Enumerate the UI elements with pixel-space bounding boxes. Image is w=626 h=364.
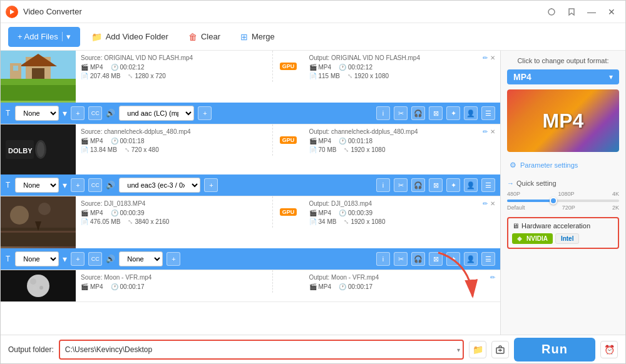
export-button[interactable] <box>491 341 509 358</box>
audio-dropdown-1[interactable]: und aac (LC) (mp4a <box>119 106 194 121</box>
edit-icon-2[interactable]: ✏ <box>483 128 488 135</box>
add-sub-btn-3[interactable]: + <box>71 252 85 266</box>
headphone-btn-2[interactable]: 🎧 <box>411 178 425 192</box>
svg-point-25 <box>39 286 43 290</box>
output-duration-1: 🕐 00:02:12 <box>339 64 372 71</box>
magic-btn-3[interactable]: ✦ <box>446 252 460 266</box>
subtitle-dropdown-2[interactable]: None <box>15 178 59 193</box>
close-icon-2[interactable]: ✕ <box>490 128 495 135</box>
run-label: Run <box>541 342 568 356</box>
add-files-chevron[interactable]: ▾ <box>62 32 71 41</box>
add-files-button[interactable]: + Add Files ▾ <box>8 27 80 47</box>
film-4o: 🎬 <box>309 283 317 290</box>
add-folder-label: Add Video Folder <box>106 32 168 41</box>
output-folder-input[interactable] <box>60 341 463 358</box>
subtitle-dropdown-3[interactable]: None <box>15 251 59 266</box>
quality-slider-track[interactable] <box>507 200 619 202</box>
svg-point-23 <box>27 275 49 297</box>
add-sub-btn-2[interactable]: + <box>71 178 85 192</box>
param-settings-label: Parameter settings <box>520 161 578 169</box>
quality-slider-thumb[interactable] <box>550 197 557 205</box>
bookmark-button[interactable] <box>563 3 580 21</box>
crop-btn-1[interactable]: ⊠ <box>429 106 443 120</box>
person-btn-1[interactable]: 👤 <box>464 106 478 120</box>
resize-3o: ⤡ <box>344 218 349 225</box>
scissors-btn-3[interactable]: ✂ <box>394 252 408 266</box>
resize-icon-2o: ⤡ <box>344 146 349 153</box>
source-meta-1: 🎬 MP4 🕐 00:02:12 <box>81 64 267 71</box>
crop-btn-3[interactable]: ⊠ <box>429 252 443 266</box>
toolbar: + Add Files ▾ 📁 Add Video Folder 🗑 Clear… <box>1 23 625 51</box>
main-content: Source: ORIGINAL VID NO FLASH.mp4 🎬 MP4 … <box>1 51 625 335</box>
crop-btn-2[interactable]: ⊠ <box>429 178 443 192</box>
folder-open-button[interactable]: 📁 <box>469 341 486 358</box>
subtitle-edit-btn-1[interactable]: ☰ <box>481 106 495 120</box>
run-button[interactable]: Run <box>514 338 595 361</box>
magic-btn-1[interactable]: ✦ <box>446 106 460 120</box>
scissors-btn-1[interactable]: ✂ <box>394 106 408 120</box>
format-chevron: ▾ <box>609 73 613 81</box>
subtitle-dropdown-1[interactable]: None <box>15 106 59 121</box>
format-selector[interactable]: MP4 ▾ <box>507 69 619 84</box>
clock-4s: 🕐 <box>111 283 118 290</box>
edit-icon-4[interactable]: ✏ <box>490 274 495 281</box>
add-folder-button[interactable]: 📁 Add Video Folder <box>83 27 177 47</box>
info-btn-3[interactable]: i <box>376 252 390 266</box>
film-3o: 🎬 <box>309 210 317 216</box>
file-col-output-1: Output: ORIGINAL VID NO FLASH.mp4 ✏ ✕ 🎬 <box>304 51 501 82</box>
add-audio-btn-1[interactable]: + <box>198 106 212 120</box>
clear-button[interactable]: 🗑 Clear <box>180 27 229 47</box>
audio-icon-1: 🔊 <box>106 109 115 118</box>
edit-icon-3[interactable]: ✏ <box>483 200 488 207</box>
cc-btn-1[interactable]: CC <box>88 106 102 120</box>
file-info-row-4: Source: Moon - VFR.mp4 🎬MP4 🕐00:00:17 <box>1 270 500 301</box>
subtitle-edit-btn-3[interactable]: ☰ <box>481 252 495 266</box>
output-meta2-1: 📄 115 MB ⤡ 1920 x 1080 <box>309 73 496 79</box>
audio-dropdown-2[interactable]: und eac3 (ec-3 / 0x3: <box>119 178 200 193</box>
alarm-icon: ⏰ <box>604 345 615 355</box>
person-btn-3[interactable]: 👤 <box>464 252 478 266</box>
info-btn-2[interactable]: i <box>376 178 390 192</box>
subtitle-edit-btn-2[interactable]: ☰ <box>481 178 495 192</box>
film-icon: 🎬 <box>81 64 88 71</box>
param-settings-button[interactable]: ⚙ Parameter settings <box>507 158 619 172</box>
edit-icon-1[interactable]: ✏ <box>483 54 488 61</box>
close-icon-1[interactable]: ✕ <box>490 54 495 61</box>
headphone-btn-3[interactable]: 🎧 <box>411 252 425 266</box>
svg-rect-7 <box>32 68 44 79</box>
file-item-3: Source: DJI_0183.MP4 🎬MP4 🕐00:00:39 📄476… <box>1 196 500 270</box>
add-subtitle-btn-1[interactable]: + <box>71 106 85 120</box>
intel-badge[interactable]: Intel <box>555 233 580 244</box>
info-btn-1[interactable]: i <box>376 106 390 120</box>
cc-btn-2[interactable]: CC <box>88 178 102 192</box>
cc-btn-3[interactable]: CC <box>88 252 102 266</box>
alarm-button[interactable]: ⏰ <box>600 341 618 358</box>
file-details-3: Source: DJI_0183.MP4 🎬MP4 🕐00:00:39 📄476… <box>76 196 500 248</box>
file-3s: 📄 <box>81 218 88 225</box>
quality-slider-container: 480P 1080P 4K Default 720P 2K <box>507 191 619 211</box>
person-btn-2[interactable]: 👤 <box>464 178 478 192</box>
divider-4 <box>273 270 304 293</box>
magic-btn-2[interactable]: ✦ <box>446 178 460 192</box>
film-3s: 🎬 <box>81 210 88 216</box>
add-audio-btn-3[interactable]: + <box>167 252 180 266</box>
pin-button[interactable] <box>543 3 560 21</box>
close-icon-3[interactable]: ✕ <box>490 200 495 207</box>
nvidia-badge[interactable]: NVIDIA <box>512 233 553 244</box>
merge-button[interactable]: ⊞ Merge <box>232 27 284 47</box>
chevron-2: ▾ <box>63 180 67 190</box>
source-meta2-1: 📄 207.48 MB ⤡ 1280 x 720 <box>81 73 267 79</box>
output-folder-input-wrap: ▾ <box>59 340 464 360</box>
file-info-row: Source: ORIGINAL VID NO FLASH.mp4 🎬 MP4 … <box>1 51 500 103</box>
file-details-4: Source: Moon - VFR.mp4 🎬MP4 🕐00:00:17 <box>76 270 500 301</box>
close-button[interactable]: ✕ <box>603 3 620 21</box>
add-audio-btn-2[interactable]: + <box>204 178 218 192</box>
file-item: Source: ORIGINAL VID NO FLASH.mp4 🎬 MP4 … <box>1 51 500 124</box>
resize-icon: ⤡ <box>128 73 133 79</box>
divider-2: GPU <box>273 124 304 156</box>
divider-3: GPU <box>273 196 304 228</box>
headphone-btn-1[interactable]: 🎧 <box>411 106 425 120</box>
audio-dropdown-3[interactable]: None <box>119 251 163 266</box>
minimize-button[interactable]: — <box>583 3 600 21</box>
scissors-btn-2[interactable]: ✂ <box>394 178 408 192</box>
